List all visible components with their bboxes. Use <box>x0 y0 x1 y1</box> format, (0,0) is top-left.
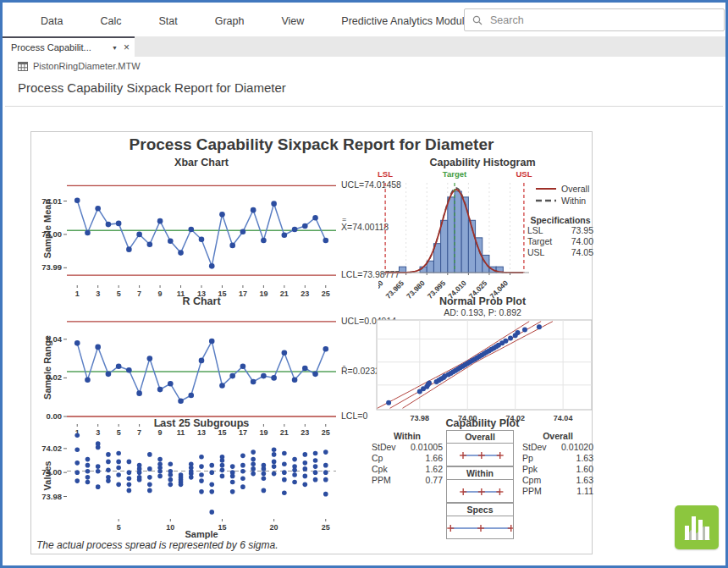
specifications-title: Specifications <box>527 215 593 225</box>
search-input[interactable] <box>488 14 724 27</box>
report-footnote: The actual process spread is represented… <box>36 539 278 551</box>
xbar-chart-plot: 73.9974.0074.01135791113151719212325 <box>38 169 343 299</box>
probplot-subtitle: AD: 0.193, P: 0.892 <box>373 307 592 317</box>
worksheet-grid-icon <box>18 62 28 71</box>
capability-plot-title: Capability Plot <box>373 417 592 429</box>
svg-text:73.99: 73.99 <box>41 262 62 272</box>
svg-text:74.00: 74.00 <box>41 229 62 239</box>
interval-stack: Overall Within Specs <box>446 430 514 539</box>
histogram-title: Capability Histogram <box>373 157 592 168</box>
worksheet-row[interactable]: PistonRingDiameter.MTW <box>18 61 141 71</box>
interval-within <box>446 479 514 503</box>
histogram-legend: Overall Within <box>536 183 589 207</box>
lsl-marker-label: LSL <box>367 169 404 179</box>
svg-text:0.00: 0.00 <box>47 411 63 421</box>
worksheet-name: PistonRingDiameter.MTW <box>33 61 141 71</box>
search-icon <box>472 15 483 25</box>
menu-stat[interactable]: Stat <box>158 15 177 27</box>
tab-process-capability[interactable]: Process Capabilit... ▼ × <box>3 36 135 57</box>
spec-row-lsl: LSL73.95 <box>527 225 593 236</box>
menu-graph[interactable]: Graph <box>215 15 245 27</box>
overall-stats-title: Overall <box>522 430 593 442</box>
header-divider <box>5 106 723 107</box>
report-title: Process Capability Sixpack Report for Di… <box>31 135 592 154</box>
last25-xlabel: Sample <box>67 529 336 539</box>
tab-strip: Process Capabilit... ▼ × <box>3 36 728 57</box>
probplot-title: Normal Prob Plot <box>373 295 592 307</box>
within-stats-title: Within <box>372 430 443 442</box>
interval-label-overall: Overall <box>446 430 514 443</box>
last25-title: Last 25 Subgroups <box>67 417 336 429</box>
spec-row-target: Target74.00 <box>527 236 593 247</box>
svg-text:0.04: 0.04 <box>47 334 63 344</box>
within-line-swatch <box>536 198 556 203</box>
interval-label-within: Within <box>446 466 514 479</box>
page-title: Process Capability Sixpack Report for Di… <box>18 80 286 95</box>
interval-label-specs: Specs <box>446 503 514 516</box>
svg-text:74.01: 74.01 <box>41 196 62 206</box>
xbar-chart-title: Xbar Chart <box>67 157 336 168</box>
overall-stats: Overall StDev0.01020 Pp1.63 Ppk1.60 Cpm1… <box>522 430 593 497</box>
within-stats: Within StDev0.01005 Cp1.66 Cpk1.62 PPM0.… <box>372 430 443 486</box>
interval-overall <box>446 443 514 466</box>
specifications-block: Specifications LSL73.95 Target74.00 USL7… <box>527 215 593 258</box>
menu-calc[interactable]: Calc <box>100 15 121 27</box>
bar-chart-icon <box>675 505 719 549</box>
r-chart-title: R Chart <box>67 295 336 307</box>
histogram-plot: 73.95073.96573.98073.99574.01074.02574.0… <box>378 181 536 305</box>
probplot-plot: 73.9874.0074.0274.04 <box>373 318 595 427</box>
last25-plot: 73.9874.0074.02510152025 <box>38 430 343 532</box>
search-box[interactable] <box>464 8 725 31</box>
spec-row-usl: USL74.05 <box>527 247 593 258</box>
usl-marker-label: USL <box>505 169 543 179</box>
menu-view[interactable]: View <box>281 15 304 27</box>
tab-label: Process Capabilit... <box>11 42 110 52</box>
minitab-window: Data Calc Stat Graph View Predictive Ana… <box>0 0 728 568</box>
close-icon[interactable]: × <box>124 43 130 52</box>
legend-overall: Overall <box>536 183 589 195</box>
interval-specs <box>446 516 514 539</box>
target-marker-label: Target <box>436 169 473 179</box>
svg-text:73.98: 73.98 <box>41 492 62 501</box>
menu-data[interactable]: Data <box>41 15 63 27</box>
r-lcl-label: LCL=0 <box>341 411 367 421</box>
chevron-down-icon[interactable]: ▼ <box>112 45 118 51</box>
overall-line-swatch <box>536 186 556 191</box>
legend-within: Within <box>536 195 589 207</box>
svg-text:0.02: 0.02 <box>47 372 63 382</box>
graph-output-window: Process Capability Sixpack Report for Di… <box>30 131 593 554</box>
menu-predictive-analytics-module[interactable]: Predictive Analytics Module <box>341 15 470 27</box>
svg-text:74.00: 74.00 <box>41 467 62 477</box>
minitab-logo-button[interactable] <box>675 505 719 549</box>
svg-text:74.02: 74.02 <box>41 444 62 453</box>
